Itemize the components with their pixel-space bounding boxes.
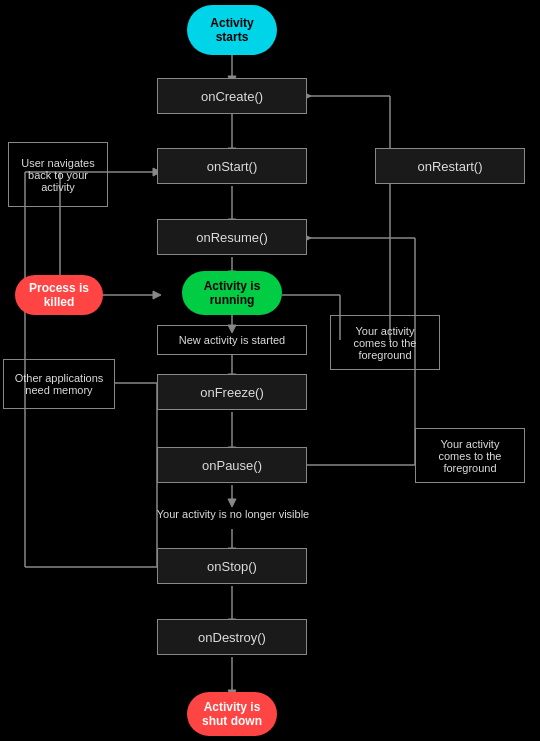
on-freeze-label: onFreeze() <box>200 385 264 400</box>
activity-starts-node: Activity starts <box>187 5 277 55</box>
activity-running-label: Activity is running <box>204 279 261 307</box>
foreground1-label: Your activity comes to the foreground <box>354 325 417 361</box>
on-restart-label: onRestart() <box>417 159 482 174</box>
on-create-label: onCreate() <box>201 89 263 104</box>
on-start-label: onStart() <box>207 159 258 174</box>
foreground2-label: Your activity comes to the foreground <box>439 438 502 474</box>
on-restart-node: onRestart() <box>375 148 525 184</box>
not-visible-node: Your activity is no longer visible <box>143 499 323 529</box>
process-killed-node: Process is killed <box>15 275 103 315</box>
on-resume-label: onResume() <box>196 230 268 245</box>
other-apps-memory-label: Other applications need memory <box>15 372 104 396</box>
on-stop-node: onStop() <box>157 548 307 584</box>
user-navigates-back-label: User navigates back to your activity <box>21 157 94 193</box>
user-navigates-back-node: User navigates back to your activity <box>8 142 108 207</box>
activity-shutdown-node: Activity is shut down <box>187 692 277 736</box>
on-start-node: onStart() <box>157 148 307 184</box>
on-destroy-node: onDestroy() <box>157 619 307 655</box>
new-activity-node: New activity is started <box>157 325 307 355</box>
foreground2-node: Your activity comes to the foreground <box>415 428 525 483</box>
process-killed-label: Process is killed <box>29 281 89 309</box>
other-apps-memory-node: Other applications need memory <box>3 359 115 409</box>
new-activity-label: New activity is started <box>179 334 285 346</box>
on-freeze-node: onFreeze() <box>157 374 307 410</box>
activity-shutdown-label: Activity is shut down <box>202 700 262 728</box>
on-pause-node: onPause() <box>157 447 307 483</box>
svg-marker-34 <box>153 291 161 299</box>
activity-running-node: Activity is running <box>182 271 282 315</box>
activity-starts-label: Activity starts <box>210 16 253 44</box>
on-resume-node: onResume() <box>157 219 307 255</box>
on-create-node: onCreate() <box>157 78 307 114</box>
on-stop-label: onStop() <box>207 559 257 574</box>
not-visible-label: Your activity is no longer visible <box>157 508 309 520</box>
on-pause-label: onPause() <box>202 458 262 473</box>
on-destroy-label: onDestroy() <box>198 630 266 645</box>
foreground1-node: Your activity comes to the foreground <box>330 315 440 370</box>
